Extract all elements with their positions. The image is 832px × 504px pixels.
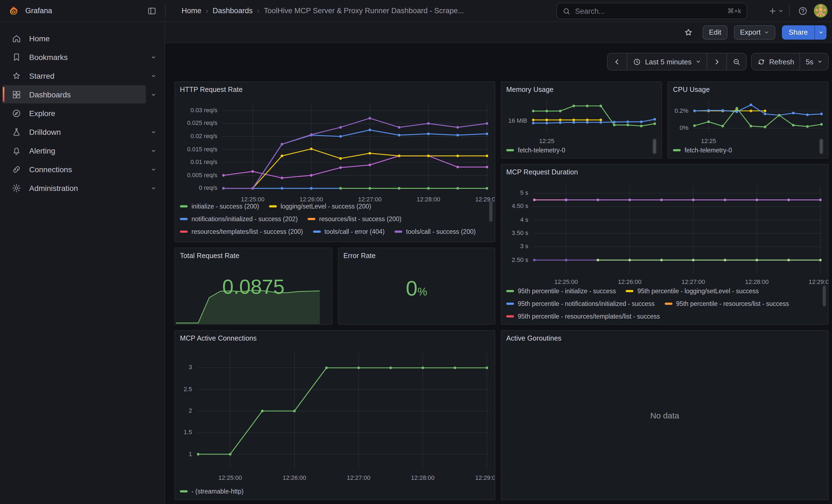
legend-swatch [180,218,188,220]
chevron-right-icon [712,57,721,66]
plot-area[interactable] [532,100,656,135]
search-box[interactable]: ⌘+k [556,3,747,19]
http-request-rate-chart[interactable]: 0.03 req/s0.025 req/s0.02 req/s0.015 req… [177,104,488,201]
plot-area[interactable] [222,104,488,193]
legend-scrollbar[interactable] [652,138,657,155]
legend-item[interactable]: unknown - success (200) [269,238,352,242]
panel-title[interactable]: MCP Active Connections [180,335,257,342]
star-dashboard-button[interactable] [681,25,696,40]
sidebar-item-label: Dashboards [29,90,71,99]
refresh-button[interactable]: Refresh [751,53,800,70]
sidebar-item-drilldown[interactable]: Drilldown [2,123,146,141]
search-input[interactable] [575,7,723,15]
legend-scrollbar[interactable] [489,201,493,222]
panel-title[interactable]: Memory Usage [506,86,553,94]
plot-area[interactable] [533,187,822,276]
cpu-usage-chart[interactable]: 0.2%0% 12:25 [670,100,823,142]
error-rate-sparkline [338,317,495,324]
sidebar-item-dashboards[interactable]: Dashboards [2,85,146,103]
legend-item[interactable]: fetch-telemetry-0 [506,143,565,156]
mcp-request-duration-chart[interactable]: 5 s4.50 s4 s3.50 s3 s2.50 s 12:25:0012:2… [503,187,822,283]
sidebar-item-starred[interactable]: Starred [2,67,146,85]
mcp-active-connections-chart[interactable]: 32.521.51 12:25:0012:26:0012:27:0012:28:… [177,353,488,479]
legend-scrollbar[interactable] [823,286,826,307]
panel-title[interactable]: CPU Usage [673,86,710,94]
sidebar-item-administration[interactable]: Administration [2,179,146,197]
plot-area[interactable] [693,100,823,135]
panel-title[interactable]: MCP Request Duration [506,168,578,176]
sidebar-item-connections[interactable]: Connections [2,160,146,178]
legend-item[interactable]: 95th percentile - resources/list - succe… [665,297,789,310]
expand-chevron-icon[interactable] [146,180,161,195]
stat-unit: % [417,286,427,298]
panel-title[interactable]: Error Rate [343,252,375,260]
x-axis: 12:25 [532,135,656,145]
refresh-icon [757,57,765,66]
edit-button[interactable]: Edit [703,25,727,39]
refresh-interval-picker[interactable]: 5s [800,53,828,70]
breadcrumb-separator: › [257,7,259,15]
legend-item[interactable]: tools/call - success (200) [394,225,476,238]
sidebar-item-home[interactable]: Home [2,29,146,47]
plot-area[interactable] [197,353,488,472]
legend-item[interactable]: resources/list - success (200) [308,212,401,225]
dock-menu-icon[interactable] [144,3,160,19]
breadcrumb-current: ToolHive MCP Server & Proxy Runner Dashb… [264,7,464,15]
legend: fetch-telemetry-0 [506,143,647,158]
time-shift-back-button[interactable] [607,53,627,70]
plus-icon [768,6,777,15]
sidebar-item-bookmarks[interactable]: Bookmarks [2,48,146,66]
panel-title[interactable]: HTTP Request Rate [180,86,243,94]
expand-chevron-icon[interactable] [146,49,161,65]
panel-mcp-active-connections: MCP Active Connections 32.521.51 12:25:0… [175,330,495,500]
add-button[interactable] [768,3,784,19]
time-range-picker[interactable]: Last 5 minutes [627,53,706,70]
breadcrumb-home[interactable]: Home [182,7,201,15]
legend-item[interactable]: tools/list - success (200) [180,238,259,242]
legend-item[interactable]: 95th percentile - resources/templates/li… [506,310,660,322]
expand-chevron-icon[interactable] [146,87,161,102]
legend-item[interactable]: resources/templates/list - success (200) [180,225,303,238]
star-icon [684,27,694,37]
sidebar-item-explore[interactable]: Explore [2,104,146,122]
memory-usage-chart[interactable]: 16 MiB 12:25 [503,100,656,142]
legend-item[interactable]: fetch-telemetry-0 [673,143,732,156]
help-button[interactable] [795,3,810,19]
legend-label: fetch-telemetry-0 [518,147,565,153]
cog-icon [11,183,22,193]
export-button[interactable]: Export [734,25,775,39]
sidebar-item-label: Administration [29,184,78,192]
expand-chevron-icon[interactable] [146,161,161,177]
legend-item[interactable]: 95th percentile - logging/setLevel - suc… [626,285,759,297]
sidebar-item-label: Connections [29,165,72,174]
time-shift-forward-button[interactable] [706,53,726,70]
breadcrumb-dashboards[interactable]: Dashboards [213,7,253,15]
legend-item[interactable]: - (streamable-http) [180,485,243,497]
share-menu-button[interactable] [814,25,827,39]
x-axis: 12:25 [693,135,823,145]
sidebar-item-alerting[interactable]: Alerting [2,141,146,160]
plot-area [338,317,495,324]
avatar[interactable] [814,4,828,18]
legend-item[interactable]: 95th percentile - initialize - success [506,285,616,297]
breadcrumb-separator: › [206,7,208,15]
panel-error-rate: Error Rate 0% [338,247,495,325]
expand-chevron-icon[interactable] [146,124,161,139]
legend-scrollbar[interactable] [819,138,824,155]
panel-cpu-usage: CPU Usage 0.2%0% 12:25 fetch-telemetry-0 [668,81,829,158]
panel-title[interactable]: Total Request Rate [180,252,239,260]
expand-chevron-icon[interactable] [146,143,161,158]
zoom-out-button[interactable] [726,53,746,70]
legend-item[interactable]: notifications/initialized - success (202… [180,212,298,225]
legend-item[interactable]: logging/setLevel - success (200) [269,200,371,212]
nav-divider [789,5,790,17]
legend-item[interactable]: 95th percentile - notifications/initiali… [506,297,654,310]
legend-label: 95th percentile - resources/list - succe… [676,300,789,307]
panel-mcp-request-duration: MCP Request Duration 5 s4.50 s4 s3.50 s3… [501,164,829,325]
panel-title[interactable]: Active Goroutines [506,335,562,342]
legend-item[interactable]: initialize - success (200) [180,200,259,212]
share-button[interactable]: Share [782,25,814,39]
legend-item[interactable]: tools/call - error (404) [313,225,385,238]
expand-chevron-icon[interactable] [146,68,161,83]
breadcrumb: Home › Dashboards › ToolHive MCP Server … [182,7,464,15]
